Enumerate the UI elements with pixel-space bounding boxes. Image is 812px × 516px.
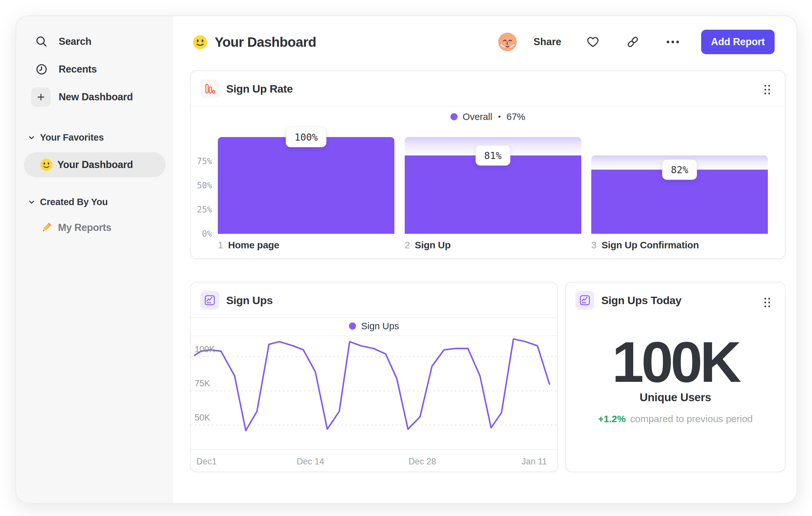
card-title: Sign Ups [226,282,272,318]
page-header: Your Dashboard [193,31,316,54]
funnel-value-chip: 100% [286,127,326,147]
card-header: Sign Ups Today [566,282,785,318]
link-icon [626,35,640,49]
sidebar-item-my-reports[interactable]: My Reports [40,221,112,234]
add-report-button[interactable]: Add Report [701,30,775,54]
sidebar-item-recents[interactable]: Recents [16,57,173,82]
line-y-tick: 50K [195,413,210,423]
sidebar-section-toggle-created-by-you[interactable]: Created By You [28,197,108,207]
sidebar: Search Recents New D [16,16,174,503]
drag-handle-icon[interactable] [762,296,773,309]
avatar[interactable] [498,33,517,51]
funnel-step-label: 2Sign Up [405,240,451,251]
funnel-y-tick: 0% [191,229,212,239]
funnel-value-chip: 81% [475,145,510,166]
series-line-sign-ups[interactable] [195,339,549,431]
funnel-step-label: 3Sign Up Confirmation [591,240,699,251]
screen: Search Recents New D [0,0,812,516]
line-x-tick: Dec 14 [297,457,324,467]
smiley-emoji-icon [193,35,207,50]
sidebar-item-label: New Dashboard [59,91,133,103]
page-title: Your Dashboard [214,34,316,50]
funnel-chart: 75%50%25%0%100%1Home page81%2Sign Up82%3… [191,71,785,258]
search-icon [31,31,52,52]
card-sign-ups: Sign Ups Sign Ups 100K75K50K Dec1Dec 14D… [190,282,558,472]
favorite-heart-button[interactable] [584,33,601,50]
funnel-step-label: 1Home page [218,240,279,251]
sidebar-section-title: Created By You [40,197,108,207]
funnel-bar[interactable] [218,137,395,234]
stat-delta-note: compared to previous period [630,413,753,425]
clock-icon [31,59,52,80]
header-actions: Share [498,29,775,55]
sidebar-section-toggle-favorites[interactable]: Your Favorites [28,132,104,143]
sidebar-item-label: Search [59,36,91,47]
line-chart-canvas [191,335,557,449]
line-legend: Sign Ups [191,317,557,336]
stat-value: 100K [566,333,785,391]
card-sign-ups-today: Sign Ups Today 100K Unique Users [565,282,786,472]
chevron-down-icon [28,134,35,142]
chevron-down-icon [28,198,35,206]
ellipsis-icon [665,39,680,45]
legend-dot [349,323,356,330]
heart-icon [586,35,600,49]
plus-icon [31,87,51,107]
funnel-bar[interactable] [405,156,581,234]
legend-series: Sign Ups [361,321,399,331]
sidebar-section-title: Your Favorites [40,132,104,143]
line-x-tick: Dec 28 [409,457,436,467]
line-x-tick: Dec1 [197,457,217,467]
pencil-emoji-icon [40,221,53,234]
stat-label: Unique Users [566,391,785,404]
stat-delta-value: +1.2% [598,413,626,425]
line-x-tick: Jan 11 [521,457,547,467]
line-y-tick: 100K [195,345,215,354]
line-chart-x-axis: Dec1Dec 14Dec 28Jan 11 [191,449,557,471]
sidebar-item-new-dashboard[interactable]: New Dashboard [16,85,173,109]
line-chart-icon [200,291,219,309]
sidebar-item-search[interactable]: Search [16,29,173,54]
card-title: Sign Ups Today [601,282,682,318]
smiley-emoji-icon [40,158,53,171]
funnel-value-chip: 82% [662,159,697,180]
card-sign-up-rate: Sign Up Rate Overall [190,70,786,259]
sidebar-item-label: Recents [59,63,97,75]
line-chart-icon [576,291,594,309]
share-button[interactable]: Share [533,36,561,48]
main-content: Your Dashboard Share [173,16,796,503]
sidebar-item-label: My Reports [58,222,112,234]
funnel-y-tick: 50% [191,181,212,190]
card-header: Sign Ups [191,282,557,318]
sidebar-item-label: Your Dashboard [57,159,133,171]
copy-link-button[interactable] [625,33,641,50]
stat-delta-row: +1.2% compared to previous period [566,413,785,425]
line-chart: 100K75K50K [191,335,557,449]
funnel-y-tick: 75% [191,156,212,166]
app-window: Search Recents New D [16,16,797,504]
sidebar-item-your-dashboard[interactable]: Your Dashboard [24,152,166,178]
line-y-tick: 75K [195,379,210,389]
funnel-y-tick: 25% [191,205,212,214]
more-options-button[interactable] [664,33,681,50]
